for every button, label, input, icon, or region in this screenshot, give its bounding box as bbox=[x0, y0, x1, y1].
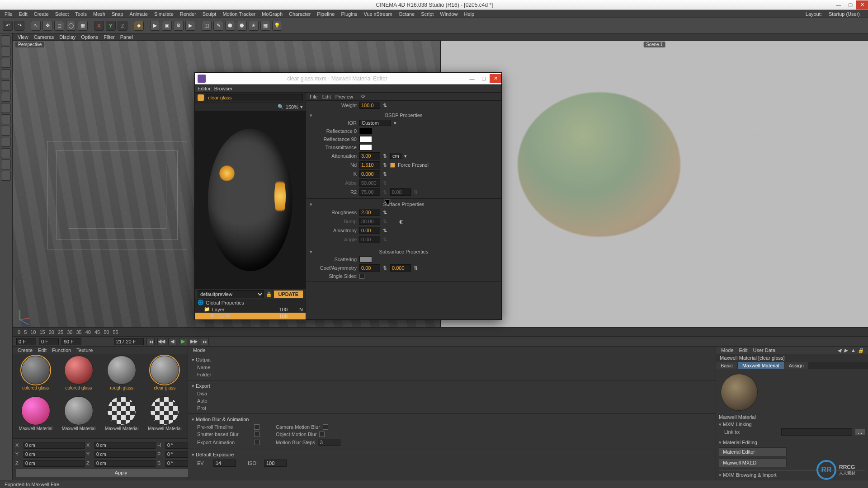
redo-button[interactable]: ↷ bbox=[14, 21, 24, 31]
single-sided-checkbox[interactable] bbox=[359, 274, 364, 279]
axis-mode-button[interactable] bbox=[1, 114, 11, 124]
roughness-field[interactable] bbox=[359, 209, 380, 216]
menu-render[interactable]: Render bbox=[177, 11, 199, 17]
coord-system-button[interactable]: ◆ bbox=[134, 21, 144, 31]
material-item[interactable]: Maxwell Material bbox=[101, 396, 143, 436]
point-mode-button[interactable] bbox=[1, 80, 11, 90]
mme-zoom-value[interactable]: 150% bbox=[286, 104, 298, 110]
recent-tool[interactable]: ▦ bbox=[78, 21, 88, 31]
mme-refresh-icon[interactable]: ⟳ bbox=[361, 94, 365, 99]
move-tool[interactable]: ✥ bbox=[42, 21, 52, 31]
menu-plugins[interactable]: Plugins bbox=[338, 11, 360, 17]
material-item[interactable]: rough glass bbox=[101, 356, 143, 395]
pos-z-field[interactable] bbox=[24, 460, 85, 467]
scattering-swatch[interactable] bbox=[359, 256, 372, 263]
mme-tab-browser[interactable]: Browser bbox=[214, 86, 232, 91]
material-thumb[interactable] bbox=[107, 396, 136, 425]
surface-section-header[interactable]: Surface Properties bbox=[306, 201, 501, 208]
rs-tab-mode[interactable]: Mode bbox=[191, 347, 208, 353]
material-thumb[interactable] bbox=[21, 396, 50, 425]
render-pv-button[interactable]: ▶ bbox=[185, 21, 195, 31]
attenuation-field[interactable] bbox=[359, 152, 380, 160]
reflectance90-swatch[interactable] bbox=[359, 136, 372, 142]
matmenu-function[interactable]: Function bbox=[50, 347, 73, 353]
attr-sec-linking[interactable]: MXM Linking bbox=[719, 422, 865, 427]
mme-lock-icon[interactable]: 🔒 bbox=[266, 291, 272, 297]
attr-back-icon[interactable]: ◀ bbox=[837, 347, 843, 353]
shutter-checkbox[interactable] bbox=[254, 432, 259, 437]
window-minimize-button[interactable]: — bbox=[833, 0, 844, 9]
anisotropy-field[interactable] bbox=[359, 227, 380, 234]
lock-button[interactable] bbox=[1, 160, 11, 169]
model-mode-button[interactable] bbox=[1, 47, 11, 56]
rs-expo-header[interactable]: Default Exposure bbox=[192, 451, 712, 459]
k-field[interactable] bbox=[359, 170, 380, 178]
axis-y-toggle[interactable]: Y bbox=[106, 21, 116, 31]
mbsteps-field[interactable] bbox=[318, 439, 340, 446]
vp-menu-panel[interactable]: Panel bbox=[118, 34, 135, 40]
size-y-field[interactable] bbox=[94, 451, 156, 458]
bump-normal-icon[interactable]: ◐ bbox=[399, 219, 404, 225]
axis-x-toggle[interactable]: X bbox=[94, 21, 104, 31]
material-editor-button[interactable]: Material Editor bbox=[719, 447, 787, 456]
material-thumb[interactable] bbox=[64, 396, 93, 425]
size-z-field[interactable] bbox=[94, 460, 156, 467]
axis-z-toggle[interactable]: Z bbox=[118, 21, 127, 31]
vp-menu-options[interactable]: Options bbox=[79, 34, 100, 40]
deformer-button[interactable]: ⬣ bbox=[237, 21, 247, 31]
mme-menu-preview[interactable]: Preview bbox=[335, 94, 353, 99]
render-settings-button[interactable]: ⚙ bbox=[174, 21, 184, 31]
timeline-end-field[interactable] bbox=[61, 338, 81, 345]
menu-octane[interactable]: Octane bbox=[396, 11, 417, 17]
menu-mesh[interactable]: Mesh bbox=[90, 11, 108, 17]
mme-minimize-button[interactable]: — bbox=[466, 74, 478, 83]
asym-field[interactable] bbox=[390, 264, 411, 272]
attr-menu-userdata[interactable]: User Data bbox=[751, 347, 778, 353]
ev-field[interactable] bbox=[213, 460, 236, 467]
spline-pen-button[interactable]: ✎ bbox=[213, 21, 223, 31]
window-maximize-button[interactable]: ▢ bbox=[844, 0, 856, 9]
undo-button[interactable]: ↶ bbox=[3, 21, 13, 31]
primitive-cube-button[interactable]: ◫ bbox=[202, 21, 212, 31]
menu-snap[interactable]: Snap bbox=[109, 11, 126, 17]
vp-menu-cameras[interactable]: Cameras bbox=[32, 34, 57, 40]
matmenu-create[interactable]: Create bbox=[15, 347, 35, 353]
attr-lock-icon[interactable]: 🔒 bbox=[858, 347, 863, 353]
mme-material-name-field[interactable] bbox=[206, 94, 303, 101]
mme-tree-node[interactable]: ◩BSDF100 bbox=[195, 313, 306, 319]
layout-dropdown[interactable]: Startup (User) bbox=[826, 11, 863, 17]
material-thumb[interactable] bbox=[21, 356, 50, 385]
attenuation-unit-dropdown[interactable]: cm bbox=[390, 153, 401, 159]
vp-menu-filter[interactable]: Filter bbox=[101, 34, 117, 40]
make-editable-button[interactable] bbox=[1, 35, 11, 45]
transmittance-swatch[interactable] bbox=[359, 144, 372, 150]
menu-window[interactable]: Window bbox=[437, 11, 460, 17]
menu-vuexstream[interactable]: Vue xStream bbox=[361, 11, 395, 17]
texture-mode-button[interactable] bbox=[1, 58, 11, 68]
attr-up-icon[interactable]: ▲ bbox=[851, 347, 856, 353]
rotate-tool[interactable]: ◯ bbox=[66, 21, 76, 31]
timeline-start-field[interactable] bbox=[16, 338, 36, 345]
timeline-ruler[interactable]: 0510152025303540455055 bbox=[13, 327, 868, 336]
subsurface-section-header[interactable]: Subsurface Properties bbox=[306, 248, 501, 255]
attr-menu-mode[interactable]: Mode bbox=[719, 347, 736, 353]
material-grid[interactable]: colored glasscolored glassrough glasscle… bbox=[13, 354, 188, 438]
bsdf-section-header[interactable]: BSDF Properties bbox=[306, 112, 501, 119]
attr-tab-assign[interactable]: Assign bbox=[784, 362, 808, 369]
misc-tool-button[interactable] bbox=[1, 171, 11, 181]
mme-layer-tree[interactable]: 🌐Global Properties📁Layer100N◩BSDF100 bbox=[195, 299, 306, 319]
menu-file[interactable]: File bbox=[2, 11, 15, 17]
matmenu-texture[interactable]: Texture bbox=[74, 347, 95, 353]
mme-update-button[interactable]: UPDATE bbox=[274, 291, 303, 298]
chevron-down-icon[interactable]: ▾ bbox=[404, 153, 407, 159]
pos-y-field[interactable] bbox=[24, 451, 85, 458]
camblur-checkbox[interactable] bbox=[323, 424, 328, 430]
menu-pipeline[interactable]: Pipeline bbox=[314, 11, 337, 17]
menu-script[interactable]: Script bbox=[418, 11, 436, 17]
polygon-mode-button[interactable] bbox=[1, 103, 11, 113]
attr-sec-editing[interactable]: Material Editing bbox=[719, 440, 865, 446]
play-back-button[interactable]: ◀ bbox=[168, 338, 176, 345]
mme-zoom-dropdown-icon[interactable]: ▾ bbox=[300, 104, 303, 110]
linkto-browse-button[interactable]: ... bbox=[855, 429, 865, 435]
workplane-mode-button[interactable] bbox=[1, 69, 11, 79]
